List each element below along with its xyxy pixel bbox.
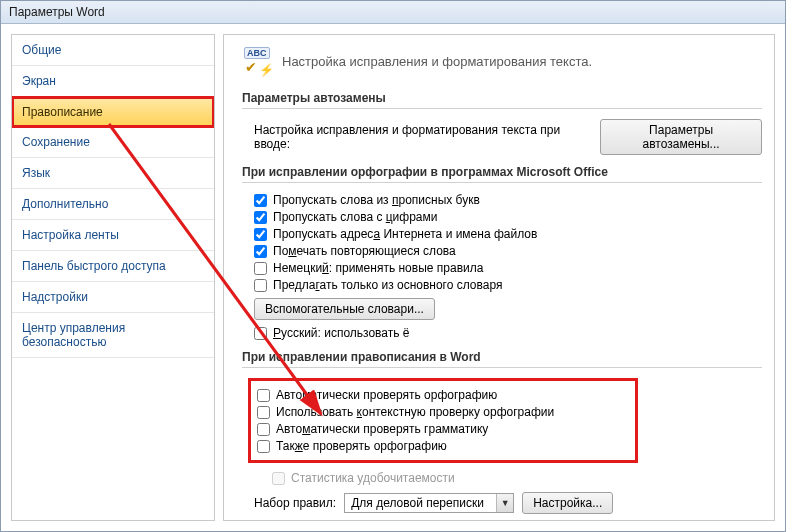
- cb-readability-stats-input: [272, 472, 285, 485]
- cb-main-dictionary-only-label: Предлагать только из основного словаря: [273, 278, 503, 292]
- cb-russian-yo-label: Русский: использовать ё: [273, 326, 410, 340]
- main-panel: ABC ✔ ⚡ Настройка исправления и форматир…: [223, 34, 775, 521]
- sidebar-item-general[interactable]: Общие: [12, 35, 214, 66]
- sidebar-item-language[interactable]: Язык: [12, 158, 214, 189]
- section-office-heading: При исправлении орфографии в программах …: [242, 165, 762, 183]
- ruleset-label: Набор правил:: [254, 496, 336, 510]
- sidebar-item-addins[interactable]: Надстройки: [12, 282, 214, 313]
- autocorrect-row: Настройка исправления и форматирования т…: [254, 119, 762, 155]
- cb-auto-check-spelling-input[interactable]: [257, 389, 270, 402]
- cb-words-with-numbers-input[interactable]: [254, 211, 267, 224]
- cb-uppercase-words[interactable]: Пропускать слова из прописных букв: [254, 193, 762, 207]
- autocorrect-desc: Настройка исправления и форматирования т…: [254, 123, 589, 151]
- proofing-icon: ABC ✔ ⚡: [242, 45, 274, 77]
- cb-repeated-words[interactable]: Помечать повторяющиеся слова: [254, 244, 762, 258]
- cb-auto-check-grammar[interactable]: Автоматически проверять грамматику: [257, 422, 629, 436]
- highlighted-checkbox-group: Автоматически проверять орфографию Испол…: [248, 378, 638, 463]
- sidebar-item-advanced[interactable]: Дополнительно: [12, 189, 214, 220]
- cb-uppercase-words-label: Пропускать слова из прописных букв: [273, 193, 480, 207]
- sidebar: Общие Экран Правописание Сохранение Язык…: [11, 34, 215, 521]
- sidebar-item-save[interactable]: Сохранение: [12, 127, 214, 158]
- cb-german-rules-input[interactable]: [254, 262, 267, 275]
- cb-contextual-spelling-label: Использовать контекстную проверку орфогр…: [276, 405, 554, 419]
- checkmark-icon: ✔: [245, 59, 257, 75]
- ruleset-settings-button[interactable]: Настройка...: [522, 492, 613, 514]
- cb-auto-check-spelling-label: Автоматически проверять орфографию: [276, 388, 497, 402]
- cb-auto-check-grammar-input[interactable]: [257, 423, 270, 436]
- page-header: ABC ✔ ⚡ Настройка исправления и форматир…: [242, 45, 762, 77]
- custom-dictionaries-button[interactable]: Вспомогательные словари...: [254, 298, 435, 320]
- cb-readability-stats-label: Статистика удобочитаемости: [291, 471, 455, 485]
- sidebar-item-proofing[interactable]: Правописание: [11, 96, 215, 128]
- page-title: Настройка исправления и форматирования т…: [282, 54, 592, 69]
- cb-russian-yo[interactable]: Русский: использовать ё: [254, 326, 762, 340]
- cb-internet-addresses[interactable]: Пропускать адреса Интернета и имена файл…: [254, 227, 762, 241]
- sidebar-item-customize-ribbon[interactable]: Настройка ленты: [12, 220, 214, 251]
- cb-contextual-spelling[interactable]: Использовать контекстную проверку орфогр…: [257, 405, 629, 419]
- cb-readability-stats: Статистика удобочитаемости: [272, 471, 762, 485]
- abc-icon: ABC: [244, 47, 270, 59]
- window-body: Общие Экран Правописание Сохранение Язык…: [1, 24, 785, 531]
- cb-russian-yo-input[interactable]: [254, 327, 267, 340]
- sidebar-item-quick-access[interactable]: Панель быстрого доступа: [12, 251, 214, 282]
- cb-repeated-words-label: Помечать повторяющиеся слова: [273, 244, 456, 258]
- chevron-down-icon: ▼: [496, 494, 513, 512]
- ruleset-select-value: Для деловой переписки: [344, 493, 514, 513]
- cb-auto-check-grammar-label: Автоматически проверять грамматику: [276, 422, 488, 436]
- cb-words-with-numbers-label: Пропускать слова с цифрами: [273, 210, 438, 224]
- cb-auto-check-spelling[interactable]: Автоматически проверять орфографию: [257, 388, 629, 402]
- cb-main-dictionary-only-input[interactable]: [254, 279, 267, 292]
- cb-repeated-words-input[interactable]: [254, 245, 267, 258]
- autocorrect-options-button[interactable]: Параметры автозамены...: [600, 119, 762, 155]
- cb-german-rules-label: Немецкий: применять новые правила: [273, 261, 483, 275]
- lightning-icon: ⚡: [259, 63, 274, 77]
- sidebar-item-display[interactable]: Экран: [12, 66, 214, 97]
- section-word-heading: При исправлении правописания в Word: [242, 350, 762, 368]
- cb-uppercase-words-input[interactable]: [254, 194, 267, 207]
- ruleset-select[interactable]: Для деловой переписки ▼: [344, 493, 514, 513]
- cb-words-with-numbers[interactable]: Пропускать слова с цифрами: [254, 210, 762, 224]
- cb-main-dictionary-only[interactable]: Предлагать только из основного словаря: [254, 278, 762, 292]
- cb-also-check-spelling-label: Также проверять орфографию: [276, 439, 447, 453]
- cb-also-check-spelling[interactable]: Также проверять орфографию: [257, 439, 629, 453]
- sidebar-item-trust-center[interactable]: Центр управления безопасностью: [12, 313, 214, 358]
- cb-german-rules[interactable]: Немецкий: применять новые правила: [254, 261, 762, 275]
- cb-also-check-spelling-input[interactable]: [257, 440, 270, 453]
- options-window: Параметры Word Общие Экран Правописание …: [0, 0, 786, 532]
- window-title: Параметры Word: [1, 1, 785, 24]
- section-autocorrect-heading: Параметры автозамены: [242, 91, 762, 109]
- cb-internet-addresses-input[interactable]: [254, 228, 267, 241]
- cb-internet-addresses-label: Пропускать адреса Интернета и имена файл…: [273, 227, 537, 241]
- cb-contextual-spelling-input[interactable]: [257, 406, 270, 419]
